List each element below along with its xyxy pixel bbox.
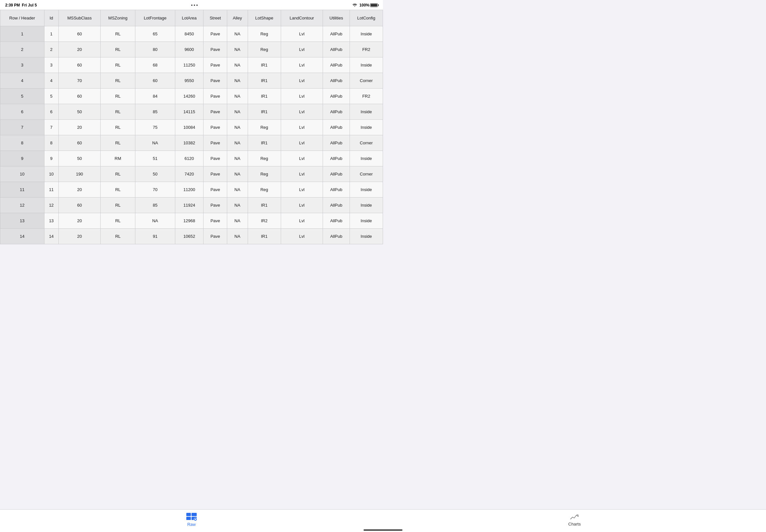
dot3 [196, 5, 198, 6]
data-cell: NA [227, 198, 248, 213]
row-index-cell: 6 [0, 104, 44, 120]
table-row: 121260RL8511924PaveNAIR1LvlAllPubInside [0, 198, 383, 213]
data-cell: IR1 [248, 89, 281, 104]
data-cell: NA [227, 26, 248, 42]
data-cell: Lvl [281, 182, 322, 198]
data-cell: RL [101, 57, 135, 73]
data-cell: 5 [44, 89, 58, 104]
table-body: 1160RL658450PaveNARegLvlAllPubInside2220… [0, 26, 383, 244]
column-header-mssubclass: MSSubClass [58, 10, 100, 26]
data-cell: AllPub [323, 42, 350, 57]
data-cell: NA [227, 151, 248, 166]
data-cell: Reg [248, 120, 281, 135]
data-cell: Inside [349, 57, 383, 73]
data-cell: RL [101, 198, 135, 213]
table-row: 6650RL8514115PaveNAIR1LvlAllPubInside [0, 104, 383, 120]
data-cell: 51 [135, 151, 175, 166]
data-cell: 6120 [175, 151, 203, 166]
data-cell: Reg [248, 151, 281, 166]
row-index-cell: 2 [0, 42, 44, 57]
data-cell: AllPub [323, 73, 350, 89]
date-display: Fri Jul 5 [22, 3, 37, 7]
table-row: 2220RL809600PaveNARegLvlAllPubFR2 [0, 42, 383, 57]
data-cell: Lvl [281, 42, 322, 57]
data-cell: RL [101, 89, 135, 104]
battery-percent: 100% [359, 3, 369, 7]
row-index-cell: 13 [0, 213, 44, 229]
data-cell: Pave [203, 198, 227, 213]
data-cell: AllPub [323, 166, 350, 182]
data-cell: Reg [248, 42, 281, 57]
data-cell: Pave [203, 135, 227, 151]
data-cell: NA [227, 229, 248, 244]
data-cell: Pave [203, 229, 227, 244]
data-cell: AllPub [323, 151, 350, 166]
data-cell: Reg [248, 166, 281, 182]
data-cell: IR2 [248, 213, 281, 229]
data-cell: 75 [135, 120, 175, 135]
data-cell: Pave [203, 73, 227, 89]
row-index-cell: 14 [0, 229, 44, 244]
data-cell: 7 [44, 120, 58, 135]
data-cell: Inside [349, 151, 383, 166]
data-cell: Pave [203, 89, 227, 104]
data-cell: 3 [44, 57, 58, 73]
data-cell: IR1 [248, 73, 281, 89]
data-cell: 50 [135, 166, 175, 182]
data-cell: NA [227, 182, 248, 198]
data-cell: RL [101, 135, 135, 151]
status-bar-right: 100% [352, 3, 378, 8]
data-cell: AllPub [323, 120, 350, 135]
table-row: 131320RLNA12968PaveNAIR2LvlAllPubInside [0, 213, 383, 229]
battery-body [370, 3, 378, 7]
data-cell: 11200 [175, 182, 203, 198]
data-cell: 9550 [175, 73, 203, 89]
data-cell: Lvl [281, 151, 322, 166]
table-row: 3360RL6811250PaveNAIR1LvlAllPubInside [0, 57, 383, 73]
data-cell: 85 [135, 198, 175, 213]
time-display: 2:39 PM [5, 3, 20, 7]
data-cell: 85 [135, 104, 175, 120]
data-cell: AllPub [323, 57, 350, 73]
table-row: 111120RL7011200PaveNARegLvlAllPubInside [0, 182, 383, 198]
data-cell: RL [101, 120, 135, 135]
data-cell: AllPub [323, 135, 350, 151]
column-header-id: Id [44, 10, 58, 26]
data-cell: Pave [203, 26, 227, 42]
data-cell: NA [227, 42, 248, 57]
data-cell: AllPub [323, 104, 350, 120]
data-cell: NA [227, 120, 248, 135]
row-index-cell: 7 [0, 120, 44, 135]
data-cell: 10382 [175, 135, 203, 151]
data-cell: Reg [248, 182, 281, 198]
row-index-cell: 12 [0, 198, 44, 213]
data-cell: IR1 [248, 104, 281, 120]
data-cell: 12968 [175, 213, 203, 229]
row-index-cell: 3 [0, 57, 44, 73]
data-cell: Corner [349, 166, 383, 182]
data-cell: Lvl [281, 198, 322, 213]
data-cell: 7420 [175, 166, 203, 182]
column-header-lotfrontage: LotFrontage [135, 10, 175, 26]
table-row: 4470RL609550PaveNAIR1LvlAllPubCorner [0, 73, 383, 89]
data-cell: Lvl [281, 73, 322, 89]
data-cell: 60 [58, 57, 100, 73]
data-cell: Inside [349, 104, 383, 120]
data-cell: Lvl [281, 135, 322, 151]
data-cell: 10084 [175, 120, 203, 135]
dot1 [191, 5, 192, 6]
status-bar: 2:39 PM Fri Jul 5 100% [0, 0, 383, 10]
data-cell: 68 [135, 57, 175, 73]
data-cell: 20 [58, 213, 100, 229]
data-cell: 190 [58, 166, 100, 182]
data-cell: AllPub [323, 213, 350, 229]
wifi-icon [352, 3, 357, 8]
data-cell: Pave [203, 42, 227, 57]
status-bar-center [191, 5, 198, 6]
column-header-mszoning: MSZoning [101, 10, 135, 26]
data-cell: Inside [349, 213, 383, 229]
data-cell: 70 [58, 73, 100, 89]
row-index-cell: 10 [0, 166, 44, 182]
data-cell: IR1 [248, 229, 281, 244]
data-cell: Lvl [281, 166, 322, 182]
